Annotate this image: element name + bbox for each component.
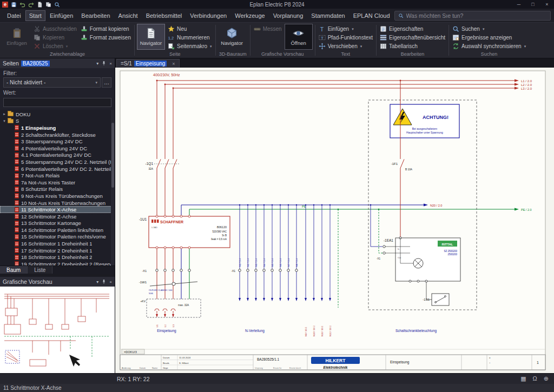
- menu-ansicht[interactable]: Ansicht: [115, 10, 142, 21]
- menu-start[interactable]: Start: [25, 10, 45, 21]
- minimize-button[interactable]: ─: [512, 0, 526, 9]
- filter-dropdown[interactable]: - Nicht aktiviert - ▾: [3, 77, 101, 88]
- page-macro-button[interactable]: Seitenmakro▾: [167, 42, 213, 50]
- svg-text:N5 / 1.4: N5 / 1.4: [271, 258, 274, 267]
- menu-bearbeiten[interactable]: Bearbeiten: [77, 10, 114, 21]
- schematic-canvas[interactable]: 400/230V, 50Hz L1 / 2.0 L2 / 2.0 L3 / 2.…: [115, 68, 554, 373]
- tree-item-page[interactable]: 1 Einspeisung: [0, 124, 115, 131]
- tree-item-page[interactable]: 8 Schutztür Relais: [0, 186, 115, 193]
- tab-baum[interactable]: Baum: [0, 266, 28, 274]
- menu-stammdaten[interactable]: Stammdaten: [307, 10, 348, 21]
- maximize-button[interactable]: □: [526, 0, 540, 9]
- insert-text-button[interactable]: Einfügen▾: [318, 25, 374, 33]
- tree-item-page[interactable]: 7 Not-Aus Relais: [0, 172, 115, 179]
- menu-datei[interactable]: Datei: [3, 10, 25, 21]
- cut-button[interactable]: Ausschneiden: [32, 25, 78, 33]
- format-copy-button[interactable]: Format kopieren: [80, 25, 132, 33]
- pages-tree[interactable]: ▸DOKU▾S1 Einspeisung2 Schaltschranklüfte…: [0, 110, 115, 265]
- w1-size: 5G6: [149, 292, 154, 295]
- copy-icon[interactable]: [45, 2, 51, 8]
- properties-button[interactable]: Eigenschaften: [379, 25, 446, 33]
- tree-item-page[interactable]: 4 Potentialverteilung 24V DC: [0, 145, 115, 152]
- page-navigator-button[interactable]: Navigator: [137, 24, 165, 50]
- pin-icon[interactable]: [101, 61, 107, 66]
- undo-icon[interactable]: [19, 2, 25, 8]
- ohm-icon[interactable]: Ω: [533, 375, 537, 382]
- tree-item-page[interactable]: 12 Schrittmotor Z-Achse: [0, 213, 115, 220]
- page-icon[interactable]: [37, 2, 43, 8]
- tabular-button[interactable]: Tabellarisch: [379, 42, 446, 50]
- format-apply-button[interactable]: Format zuweisen: [80, 34, 132, 42]
- sync-selection-button[interactable]: Auswahl synchronisieren▾: [451, 42, 527, 50]
- page-icon: [15, 166, 19, 171]
- search-icon: [452, 25, 459, 32]
- open-preview-button[interactable]: Öffnen: [285, 24, 313, 50]
- menu-vorplanung[interactable]: Vorplanung: [269, 10, 307, 21]
- measure-button[interactable]: Messen: [253, 25, 283, 33]
- snap-toggle-icon[interactable]: ⊕: [544, 375, 549, 382]
- tree-item-page[interactable]: 7a Not-Aus Kreis Taster: [0, 179, 115, 186]
- tree-item-page[interactable]: 11 Schrittmotor X-Achse: [0, 206, 115, 213]
- page-tab[interactable]: =S/1 Einspeisung ×: [116, 59, 180, 68]
- command-search-input[interactable]: [406, 12, 547, 19]
- tree-item-page[interactable]: 9 Not-Aus Kreis Türüberwachungen: [0, 192, 115, 200]
- menu-eplan-cloud[interactable]: EPLAN Cloud: [349, 10, 394, 21]
- tab-close-icon[interactable]: ×: [172, 61, 175, 67]
- space-navigator-button[interactable]: Navigator: [218, 24, 246, 50]
- tree-item-page[interactable]: 15 Schrittmotor Paletten rechts/vorne: [0, 234, 115, 241]
- menu-betriebsmittel[interactable]: Betriebsmittel: [142, 10, 186, 21]
- tree-item-page[interactable]: 5 Steuerspannung 24V DC 2. Netzteil (R: [0, 158, 115, 165]
- path-function-text-button[interactable]: Pfad-Funktionstext: [318, 34, 374, 42]
- tree-item-page[interactable]: 4.1 Potentialverteilung 24V DC: [0, 152, 115, 159]
- new-page-button[interactable]: Neu: [167, 25, 213, 33]
- device-1u1-filter[interactable]: SCHAFFNER LOAD 806120 520/380 VAC 3x B I…: [139, 215, 230, 249]
- copy-button[interactable]: Kopieren: [32, 34, 78, 42]
- tree-item-folder[interactable]: ▸DOKU: [0, 111, 115, 118]
- close-icon[interactable]: ×: [109, 280, 112, 284]
- grid-toggle-icon[interactable]: ▦: [520, 375, 526, 382]
- wert-input[interactable]: [3, 98, 111, 107]
- menu-werkzeuge[interactable]: Werkzeuge: [231, 10, 268, 21]
- tree-item-page[interactable]: 10 Not-Aus Kreis Türüberwachungen: [0, 200, 115, 207]
- close-icon[interactable]: ×: [109, 61, 112, 66]
- tree-item-page[interactable]: 18 Schrittmotor 1 Dreheinheit 2: [0, 254, 115, 261]
- show-results-button[interactable]: Ergebnisse anzeigen: [451, 34, 527, 42]
- chevron-down-icon[interactable]: ▾: [96, 61, 98, 66]
- preview-thumbnail[interactable]: [0, 287, 115, 373]
- page-navigator-icon: [145, 28, 156, 39]
- tree-item-folder[interactable]: ▾S: [0, 118, 115, 125]
- tree-item-page[interactable]: 2 Schaltschranklüfter, Steckdose: [0, 131, 115, 138]
- tree-item-page[interactable]: 17 Schrittmotor 2 Dreheinheit 1: [0, 247, 115, 254]
- close-button[interactable]: ×: [540, 0, 554, 9]
- tree-item-page[interactable]: 3 Steuerspannung 24V DC: [0, 138, 115, 145]
- search-icon[interactable]: [54, 2, 60, 8]
- svg-text:N11 / 10.2: N11 / 10.2: [321, 325, 324, 336]
- move-text-button[interactable]: Verschieben▾: [318, 42, 374, 50]
- twisty-icon[interactable]: ▸: [2, 112, 7, 116]
- search-button[interactable]: Suchen▾: [451, 25, 527, 33]
- scrollbar-thumb[interactable]: [111, 123, 114, 188]
- number-pages-button[interactable]: Nummerieren: [167, 34, 213, 42]
- command-search[interactable]: [394, 11, 551, 21]
- menu-einfuegen[interactable]: Einfügen: [46, 10, 77, 21]
- paste-button[interactable]: Einfügen: [3, 24, 31, 50]
- preview-panel-header[interactable]: Grafische Vorschau ▾ ×: [0, 277, 115, 287]
- chevron-down-icon[interactable]: ▾: [96, 280, 98, 284]
- menu-verbindungen[interactable]: Verbindungen: [186, 10, 230, 21]
- filter-more-button[interactable]: …: [102, 77, 111, 88]
- redo-icon[interactable]: [28, 2, 34, 8]
- tree-item-page[interactable]: 16 Schrittmotor 1 Dreheinheit 1: [0, 240, 115, 247]
- tree-item-page[interactable]: 19 Schrittmotor 2 Dreheinheit 2 (Reserv: [0, 261, 115, 265]
- properties-overview-button[interactable]: Eigenschaftenübersicht: [379, 34, 446, 42]
- tab-liste[interactable]: Liste: [28, 266, 52, 274]
- pages-panel-header[interactable]: Seiten BA280525 ▾ ×: [0, 58, 115, 68]
- save-icon[interactable]: [11, 2, 17, 8]
- twisty-icon[interactable]: ▾: [2, 119, 7, 123]
- tree-scrollbar[interactable]: [111, 110, 115, 265]
- tree-item-page[interactable]: 13 Schrittmotor Kartonage: [0, 220, 115, 227]
- pin-icon[interactable]: [101, 279, 107, 284]
- filter-label: Filter:: [3, 70, 111, 76]
- tree-item-page[interactable]: 6 Potentialverteilung 24V DC 2. Netzteil…: [0, 165, 115, 172]
- delete-button[interactable]: Löschen▾: [32, 42, 78, 50]
- tree-item-page[interactable]: 14 Schrittmotor Paletten links/hinten: [0, 227, 115, 234]
